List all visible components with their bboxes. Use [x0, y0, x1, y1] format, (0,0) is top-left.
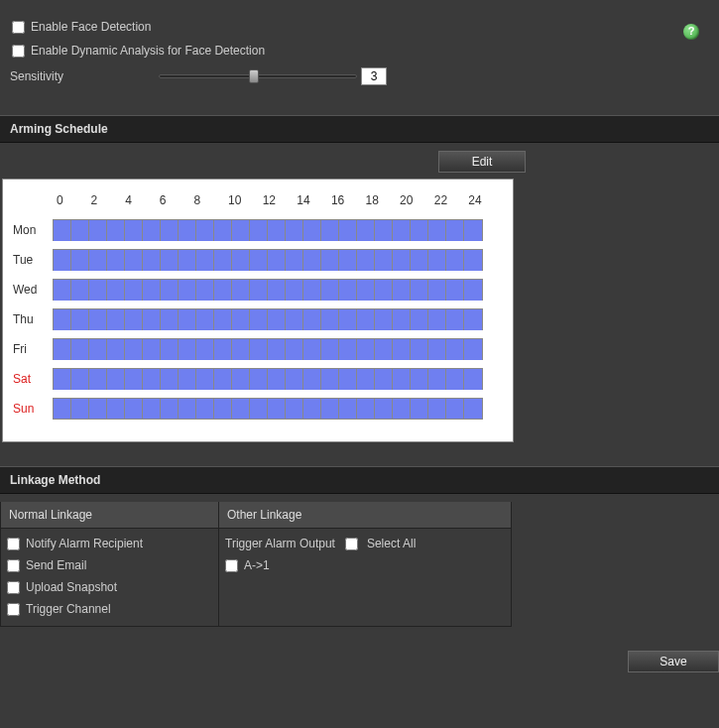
- linkage-label: Notify Alarm Recipient: [26, 537, 143, 550]
- hour-tick: 24: [468, 193, 503, 207]
- schedule-bar[interactable]: [53, 368, 483, 390]
- schedule-bar[interactable]: [53, 338, 483, 360]
- hour-tick: 22: [434, 193, 469, 207]
- hour-tick: 12: [263, 193, 298, 207]
- schedule-bar[interactable]: [53, 308, 483, 330]
- save-button[interactable]: Save: [628, 651, 719, 672]
- hour-tick: 14: [297, 193, 331, 207]
- linkage-label: Trigger Channel: [26, 602, 111, 616]
- schedule-grid: 024681012141618202224 MonTueWedThuFriSat…: [2, 179, 514, 442]
- enable-dynamic-label: Enable Dynamic Analysis for Face Detecti…: [31, 44, 265, 58]
- help-icon[interactable]: ?: [683, 24, 699, 40]
- hour-tick: 0: [57, 193, 91, 207]
- arming-schedule-header: Arming Schedule: [0, 115, 719, 143]
- day-label: Sun: [13, 402, 53, 416]
- schedule-bar[interactable]: [53, 249, 483, 271]
- output-checkbox[interactable]: [225, 559, 238, 572]
- enable-dynamic-checkbox[interactable]: [12, 45, 25, 58]
- sensitivity-slider[interactable]: [159, 68, 357, 84]
- linkage-method-header: Linkage Method: [0, 466, 719, 494]
- schedule-bar[interactable]: [53, 279, 483, 301]
- hour-tick: 6: [160, 193, 194, 207]
- enable-face-checkbox[interactable]: [12, 21, 25, 34]
- linkage-checkbox[interactable]: [7, 559, 20, 572]
- hour-tick: 8: [193, 193, 228, 207]
- day-label: Sat: [13, 372, 53, 386]
- output-label: A->1: [244, 558, 270, 572]
- hour-tick: 4: [125, 193, 160, 207]
- normal-linkage-header: Normal Linkage: [1, 502, 218, 529]
- day-label: Mon: [13, 223, 53, 237]
- other-linkage-header: Other Linkage: [219, 502, 511, 529]
- day-label: Tue: [13, 253, 53, 267]
- schedule-bar[interactable]: [53, 219, 483, 241]
- hour-tick: 2: [91, 193, 126, 207]
- hour-tick: 18: [365, 193, 400, 207]
- day-label: Wed: [13, 283, 53, 297]
- select-all-label: Select All: [367, 537, 416, 550]
- enable-face-label: Enable Face Detection: [31, 20, 151, 34]
- day-label: Fri: [13, 342, 53, 356]
- linkage-label: Upload Snapshot: [26, 580, 117, 594]
- edit-button[interactable]: Edit: [438, 151, 526, 173]
- schedule-bar[interactable]: [53, 398, 483, 420]
- linkage-label: Send Email: [26, 558, 86, 572]
- day-label: Thu: [13, 312, 53, 326]
- select-all-checkbox[interactable]: [345, 538, 358, 550]
- trigger-alarm-output-label: Trigger Alarm Output: [225, 537, 335, 550]
- hour-tick: 10: [228, 193, 263, 207]
- hour-tick: 20: [400, 193, 434, 207]
- linkage-checkbox[interactable]: [7, 581, 20, 594]
- linkage-checkbox[interactable]: [7, 538, 20, 550]
- sensitivity-value[interactable]: [361, 67, 387, 85]
- linkage-checkbox[interactable]: [7, 603, 20, 616]
- sensitivity-label: Sensitivity: [10, 69, 159, 83]
- hour-tick: 16: [331, 193, 366, 207]
